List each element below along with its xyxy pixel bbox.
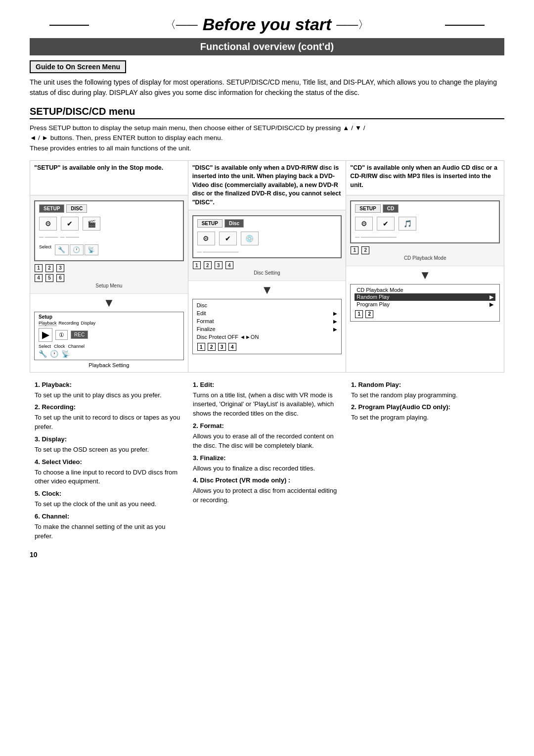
disc-menu-disc: Disc — [197, 301, 338, 309]
cd-desc-2-title: 2. Program Play(Audio CD only): — [351, 403, 499, 412]
cd-icon-3: 🎵 — [399, 217, 416, 231]
disc-arrow-down: ▼ — [188, 281, 346, 299]
num1: 1 — [35, 264, 43, 272]
setup-desc-5-title: 5. Clock: — [35, 489, 183, 499]
num2: 2 — [45, 264, 53, 272]
setup-descriptions: 1. Playback: To set up the unit to play … — [30, 377, 188, 541]
cd-desc-1-text: To set the random play programming. — [351, 391, 499, 400]
disc-num-label-4: 4 — [228, 343, 236, 351]
setup-desc-4-title: 4. Select Video: — [35, 458, 183, 467]
col-setup: "SETUP" is available only in the Stop mo… — [30, 160, 188, 373]
cd-setup-tab: SETUP — [355, 204, 380, 213]
cd-submenu: CD Playback Mode Random Play▶ Program Pl… — [350, 284, 500, 322]
disc-screen-area: SETUP Disc ⚙ ✔ 💿 — ———————— 1 2 3 4 Disc… — [188, 210, 346, 281]
setup-arrow-down: ▼ — [30, 294, 188, 312]
cd-menu-header: CD Playback Mode — [355, 286, 495, 293]
intro-text: The unit uses the following types of dis… — [30, 77, 504, 98]
column-headers: "SETUP" is available only in the Stop mo… — [30, 160, 504, 373]
cd-num-label-1: 1 — [355, 310, 363, 318]
disc-num2: 2 — [204, 261, 212, 269]
cd-screen-area: SETUP CD ⚙ ✔ 🎵 — ———————— 1 2 CD Playbac… — [346, 195, 504, 266]
cd-screen-label: 1 2 CD Playback Mode — [350, 245, 500, 261]
setup-tab: SETUP — [39, 204, 64, 213]
cd-descriptions: 1. Random Play: To set the random play p… — [346, 377, 504, 541]
disc-screen-mock: SETUP Disc ⚙ ✔ 💿 — ———————— — [192, 215, 342, 258]
disc-menu-format: Format▶ — [197, 317, 338, 325]
setup-desc-3-text: To set up the OSD screen as you prefer. — [35, 445, 183, 455]
setup-screen-area: SETUP DISC ⚙ ✔ 🎬 — ——— — ——— Select — [30, 195, 188, 294]
cd-cd-tab: CD — [383, 204, 399, 213]
disc-icon-3: 💿 — [241, 232, 259, 245]
cd-desc-2-text: To set the program playing. — [351, 413, 499, 423]
disc-num-label-3: 3 — [218, 343, 226, 351]
disc-tab: DISC — [66, 204, 87, 213]
col-cd: "CD" is available only when an Audio CD … — [346, 160, 504, 373]
disc-setup-tab: SETUP — [197, 219, 222, 228]
disc-icon-1: ⚙ — [197, 232, 215, 245]
cd-icon-1: ⚙ — [355, 217, 373, 231]
disc-desc-1-title: 1. Edit: — [193, 380, 341, 390]
cd-num-label-2: 2 — [365, 310, 373, 318]
guide-label: Guide to On Screen Menu — [30, 60, 126, 73]
title-deco-right: ——〉 — [336, 17, 369, 32]
setup-screen-label: 1 2 3 4 5 6 Setup Menu — [34, 263, 184, 288]
col-setup-header: "SETUP" is available only in the Stop mo… — [30, 161, 188, 195]
disc-icon-2: ✔ — [219, 232, 237, 245]
cd-icon-2: ✔ — [377, 217, 395, 231]
cd-menu-program: Program Play▶ — [355, 301, 495, 308]
setup-desc-2-text: To set up the unit to record to discs or… — [35, 413, 183, 432]
disc-num4: 4 — [225, 261, 233, 269]
section-heading: SETUP/DISC/CD menu — [30, 106, 504, 119]
disc-submenu-area: Disc Edit▶ Format▶ Finalize▶ Disc Protec… — [188, 299, 346, 358]
disc-descriptions: 1. Edit: Turns on a title list, (when a … — [188, 377, 346, 541]
setup-desc-1-title: 1. Playback: — [35, 380, 183, 390]
setup-desc-1-text: To set up the unit to play discs as you … — [35, 391, 183, 400]
disc-num3: 3 — [215, 261, 222, 269]
disc-menu-edit: Edit▶ — [197, 309, 338, 317]
disc-num-label-1: 1 — [197, 343, 205, 351]
disc-desc-2-text: Allows you to erase all of the recorded … — [193, 432, 341, 451]
cd-num2: 2 — [361, 246, 369, 254]
page-number: 10 — [30, 551, 504, 559]
setup-desc-4-text: To choose a line input to record to DVD … — [35, 468, 183, 487]
cd-num1: 1 — [351, 246, 358, 254]
disc-num1: 1 — [193, 261, 201, 269]
setup-icon-4: 🔧 — [55, 244, 69, 255]
cd-desc-1-title: 1. Random Play: — [351, 380, 499, 390]
disc-num-label-2: 2 — [208, 343, 216, 351]
descriptions-row: 1. Playback: To set up the unit to play … — [30, 377, 504, 541]
setup-icon-1: ⚙ — [39, 217, 57, 231]
disc-screen-label: 1 2 3 4 Disc Setting — [192, 260, 342, 276]
setup-icon-6: 📡 — [85, 244, 98, 255]
functional-bar: Functional overview (cont'd) — [30, 38, 504, 55]
disc-desc-2-title: 2. Format: — [193, 422, 341, 431]
disc-disc-tab: Disc — [224, 219, 244, 228]
setup-desc-3-title: 3. Display: — [35, 435, 183, 444]
setup-submenu-label: Playback Setting — [34, 362, 184, 368]
disc-desc-1-text: Turns on a title list, (when a disc with… — [193, 391, 341, 419]
num4: 4 — [35, 274, 43, 282]
disc-desc-4-title: 4. Disc Protect (VR mode only) : — [193, 476, 341, 485]
cd-arrow-down: ▼ — [346, 266, 504, 284]
setup-submenu-area: Setup Playback Recording Display ▶ ① REC… — [30, 312, 188, 372]
page-title: Before you start — [203, 15, 332, 34]
setup-desc-2-title: 2. Recording: — [35, 403, 183, 412]
disc-menu-finalize: Finalize▶ — [197, 325, 338, 333]
setup-icon-2: ✔ — [61, 217, 79, 231]
setup-screen-mock: SETUP DISC ⚙ ✔ 🎬 — ——— — ——— Select — [34, 200, 184, 261]
col-disc-header: "DISC" is available only when a DVD-R/RW… — [188, 161, 346, 211]
cd-screen-mock: SETUP CD ⚙ ✔ 🎵 — ———————— — [350, 200, 500, 243]
cd-menu-random: Random Play▶ — [355, 293, 495, 301]
col-disc: "DISC" is available only when a DVD-R/RW… — [188, 160, 347, 373]
setup-submenu: Setup Playback Recording Display ▶ ① REC… — [34, 312, 184, 360]
disc-desc-4-text: Allows you to protect a disc from accide… — [193, 486, 341, 505]
setup-desc-6-title: 6. Channel: — [35, 512, 183, 521]
setup-icon-3: 🎬 — [83, 217, 100, 231]
title-deco-left: 〈—— — [165, 17, 198, 32]
setup-desc-6-text: To make the channel setting of the unit … — [35, 522, 183, 541]
cd-submenu-area: CD Playback Mode Random Play▶ Program Pl… — [346, 284, 504, 326]
page-title-container: 〈—— Before you start ——〉 — [30, 15, 504, 34]
setup-icon-5: 🕐 — [70, 244, 84, 255]
disc-desc-3-title: 3. Finalize: — [193, 454, 341, 463]
num5: 5 — [45, 274, 53, 282]
